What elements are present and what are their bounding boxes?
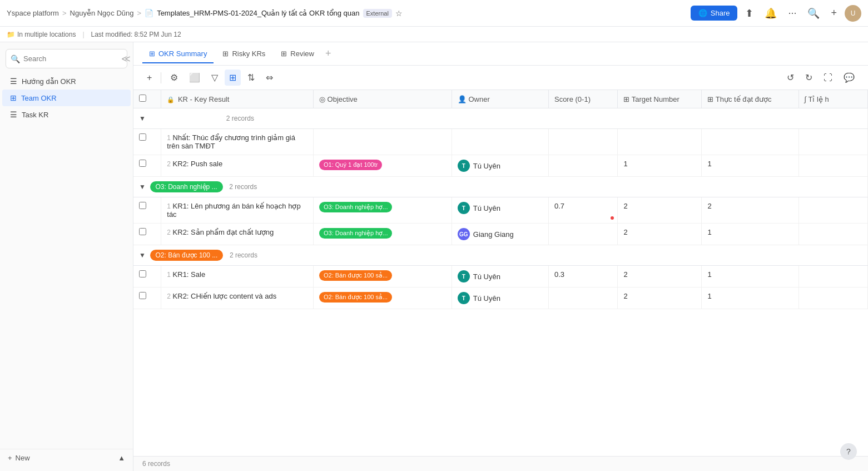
star-icon[interactable]: ☆: [395, 9, 403, 18]
actual-cell[interactable]: 1: [702, 266, 798, 287]
help-button[interactable]: ?: [840, 443, 857, 460]
row-checkbox[interactable]: [139, 228, 146, 235]
kr-cell[interactable]: 2 KR2: Push sale: [161, 155, 314, 177]
topbar-actions: 🌐 Share ⬆ 🔔 ··· 🔍 + U: [691, 5, 861, 22]
select-all-checkbox[interactable]: [139, 95, 146, 102]
actual-cell[interactable]: 1: [702, 155, 798, 177]
score-cell[interactable]: [548, 129, 617, 155]
tab-icon-review: ⊞: [281, 49, 287, 58]
kr-cell[interactable]: 1 KR1: Sale: [161, 266, 314, 287]
row-checkbox[interactable]: [139, 160, 146, 167]
ratio-cell[interactable]: [798, 224, 867, 245]
export-btn[interactable]: ⬜: [185, 70, 205, 86]
tab-icon-okr-summary: ⊞: [149, 49, 155, 58]
share-globe-icon: 🌐: [698, 9, 707, 17]
sidebar-item-task-kr[interactable]: ☰ Task KR: [2, 106, 131, 123]
score-cell[interactable]: [548, 155, 617, 177]
tab-okr-summary[interactable]: ⊞ OKR Summary: [142, 45, 214, 63]
group-row-group-o3: ▼ O3: Doanh nghiệp ... 2 records: [133, 177, 868, 197]
actual-value: 1: [707, 270, 711, 279]
tab-review[interactable]: ⊞ Review: [274, 45, 321, 63]
kr-cell[interactable]: 1 KR1: Lên phương án bán kế hoạch hợp tá…: [161, 197, 314, 224]
collapse-sidebar-btn[interactable]: ≪: [120, 52, 132, 65]
fullscreen-btn[interactable]: ⛶: [819, 70, 837, 86]
target-cell[interactable]: 2: [618, 224, 702, 245]
owner-cell-td: T Tú Uyên: [452, 287, 548, 309]
owner-cell-td: T Tú Uyên: [452, 266, 548, 287]
target-cell[interactable]: 2: [618, 287, 702, 309]
sidebar-footer-new[interactable]: + New ▲: [0, 449, 133, 467]
kr-number: 1: [167, 202, 171, 210]
kr-number: 1: [167, 134, 171, 142]
group-count: 2 records: [230, 251, 257, 259]
group-row-group-o2: ▼ O2: Bán được 100 ... 2 records: [133, 245, 868, 266]
kr-cell[interactable]: 2 KR2: CHiến lược content và ads: [161, 287, 314, 309]
score-cell[interactable]: [548, 287, 617, 309]
add-tab-button[interactable]: +: [323, 46, 334, 62]
sort-btn[interactable]: ⇅: [243, 70, 259, 86]
row-checkbox[interactable]: [139, 292, 146, 299]
location-label[interactable]: In multiple locations: [17, 31, 76, 38]
table-row: 1 KR1: Lên phương án bán kế hoạch hợp tá…: [133, 197, 868, 224]
owner-name: Tú Uyên: [473, 272, 500, 281]
target-cell[interactable]: [618, 129, 702, 155]
row-checkbox[interactable]: [139, 133, 146, 141]
settings-btn[interactable]: ⚙: [166, 70, 182, 86]
page-title[interactable]: Templates_HRM-PMS-01-2024_Quản lý tất cả…: [157, 9, 359, 17]
row-checkbox[interactable]: [139, 202, 146, 209]
ratio-cell[interactable]: [798, 129, 867, 155]
owner-cell-td: GG Giang Giang: [452, 224, 548, 245]
group-toggle-btn[interactable]: ▼: [139, 115, 146, 122]
score-cell[interactable]: [548, 224, 617, 245]
score-cell[interactable]: 0.3: [548, 266, 617, 287]
target-cell[interactable]: 1: [618, 155, 702, 177]
filter-btn[interactable]: ▽: [207, 70, 222, 86]
kr-cell[interactable]: 1 Nhất: Thúc đẩy chương trình giảm giá t…: [161, 129, 314, 155]
avatar[interactable]: U: [845, 5, 861, 22]
fields-btn[interactable]: ⇔: [261, 70, 277, 86]
table-row: 2 KR2: Sản phẩm đạt chất lượng O3: Doanh…: [133, 224, 868, 245]
export-icon-btn[interactable]: ⬆: [742, 5, 757, 22]
grid-icon: ⊞: [10, 93, 17, 102]
grid-view-btn[interactable]: ⊞: [225, 70, 241, 86]
list-icon: ☰: [10, 77, 17, 86]
sidebar-item-huong-dan-okr[interactable]: ☰ Hướng dẫn OKR: [2, 73, 131, 90]
add-row-btn[interactable]: +: [142, 70, 156, 86]
chevron-up-icon: ▲: [118, 454, 125, 462]
row-checkbox[interactable]: [139, 270, 146, 277]
history-btn[interactable]: ↺: [782, 70, 798, 86]
target-cell[interactable]: 2: [618, 266, 702, 287]
more-options-btn[interactable]: ···: [785, 5, 800, 21]
comment-btn[interactable]: 💬: [839, 70, 859, 86]
objective-badge: O2: Bán được 100 sả...: [319, 292, 392, 303]
tab-risky-krs[interactable]: ⊞ Risky KRs: [216, 45, 272, 63]
sidebar-item-label: Team OKR: [21, 94, 57, 102]
actual-cell[interactable]: 1: [702, 224, 798, 245]
kr-number: 2: [167, 292, 171, 300]
ratio-cell[interactable]: [798, 197, 867, 224]
workspace-label[interactable]: Yspace platform: [7, 9, 59, 17]
owner-cell: T Tú Uyên: [458, 160, 543, 172]
group-toggle-btn[interactable]: ▼: [139, 251, 146, 259]
score-cell[interactable]: 0.7: [548, 197, 617, 224]
target-cell[interactable]: 2: [618, 197, 702, 224]
redo-btn[interactable]: ↻: [801, 70, 817, 86]
group-toggle-btn[interactable]: ▼: [139, 183, 146, 191]
objective-badge: O1: Quý 1 đạt 100tr: [319, 160, 383, 170]
sidebar-item-team-okr[interactable]: ⊞ Team OKR: [2, 90, 131, 106]
ratio-cell[interactable]: [798, 266, 867, 287]
share-button[interactable]: 🌐 Share: [691, 6, 738, 21]
tab-label-review: Review: [290, 49, 314, 58]
ratio-cell[interactable]: [798, 287, 867, 309]
add-icon-btn[interactable]: +: [827, 5, 840, 21]
user-label[interactable]: Nguyễn Ngọc Dũng: [70, 9, 134, 17]
ratio-cell[interactable]: [798, 155, 867, 177]
search-icon-btn[interactable]: 🔍: [804, 5, 823, 22]
owner-cell-td: T Tú Uyên: [452, 197, 548, 224]
actual-cell[interactable]: 2: [702, 197, 798, 224]
kr-cell[interactable]: 2 KR2: Sản phẩm đạt chất lượng: [161, 224, 314, 245]
actual-cell[interactable]: [702, 129, 798, 155]
actual-cell[interactable]: 1: [702, 287, 798, 309]
notification-icon-btn[interactable]: 🔔: [761, 5, 780, 22]
search-input[interactable]: [23, 54, 117, 63]
